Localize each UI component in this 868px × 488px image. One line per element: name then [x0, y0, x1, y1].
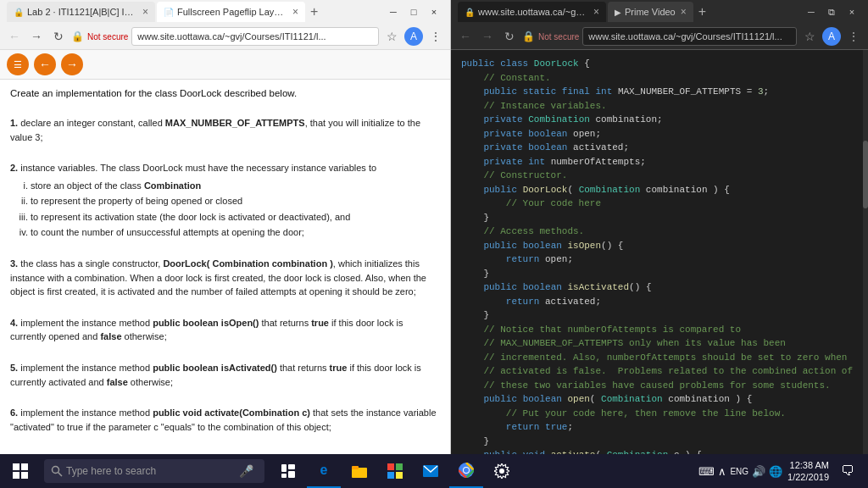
right-scrollbar[interactable]	[863, 50, 868, 454]
right-not-secure-label: Not secure	[538, 32, 579, 42]
taskbar-tray: ⌨ ∧ ENG 🔊 🌐 12:38 AM 1/22/2019 🗨	[698, 454, 868, 488]
code-line-27: // Notice that numberOfAttempts is compa…	[461, 323, 858, 337]
taskbar-clock[interactable]: 12:38 AM 1/22/2019	[787, 459, 829, 484]
code-line-13: public DoorLock( Combination combination…	[461, 183, 858, 197]
right-tab1-label: www.site.uottawa.ca/~gvj/C...	[478, 7, 588, 17]
left-account-btn[interactable]: A	[404, 27, 423, 46]
code-line-21: }	[461, 267, 858, 281]
left-tab2-favicon: 📄	[164, 8, 174, 17]
right-close-btn[interactable]: ×	[843, 4, 861, 19]
code-line-14: // Your code here	[461, 197, 858, 211]
taskbar-search-input[interactable]	[66, 465, 236, 477]
right-forward-btn[interactable]: →	[478, 27, 497, 46]
right-back-btn[interactable]: ←	[456, 27, 475, 46]
left-bookmark-btn[interactable]: ☆	[382, 27, 401, 46]
tray-icons: ⌨ ∧ ENG 🔊 🌐	[698, 465, 782, 478]
svg-rect-8	[288, 471, 295, 478]
tray-chevron-icon[interactable]: ∧	[718, 465, 726, 478]
right-minimize-btn[interactable]: ─	[802, 4, 821, 19]
taskbar-search-box[interactable]: 🎤	[44, 459, 264, 483]
right-menu-btn[interactable]: ⋮	[844, 27, 863, 46]
edge-browser-btn[interactable]: e	[307, 454, 341, 488]
code-line-17: // Access methods.	[461, 225, 858, 239]
left-page-content: Create an implementation for the class D…	[0, 80, 450, 454]
left-toolbar-back-btn[interactable]: ←	[34, 53, 56, 75]
svg-rect-11	[352, 466, 359, 469]
left-menu-btn[interactable]: ⋮	[426, 27, 445, 46]
chrome-btn[interactable]	[449, 454, 483, 488]
instruction-item-3: 3. the class has a single constructor, D…	[10, 257, 440, 299]
left-security-icon: 🔒	[71, 30, 84, 42]
left-not-secure-label: Not secure	[87, 32, 128, 42]
code-line-39: public void activate( Combination c ) {	[461, 448, 858, 454]
settings-btn[interactable]	[485, 454, 519, 488]
left-tab1-favicon: 🔒	[14, 8, 24, 17]
left-refresh-btn[interactable]: ↻	[49, 27, 68, 46]
svg-rect-0	[13, 463, 19, 470]
svg-point-20	[499, 469, 504, 474]
svg-rect-7	[288, 464, 295, 469]
right-bookmark-btn[interactable]: ☆	[800, 27, 819, 46]
right-account-btn[interactable]: A	[822, 27, 841, 46]
right-url-input[interactable]	[582, 27, 797, 46]
notification-btn[interactable]: 🗨	[834, 454, 861, 488]
svg-line-5	[58, 473, 63, 477]
code-line-9: private boolean activated;	[461, 141, 858, 155]
left-tab1-close[interactable]: ×	[142, 6, 148, 18]
left-tab-1[interactable]: 🔒 Lab 2 · ITI1121[A|B|C] Intro... ×	[7, 2, 155, 22]
right-tab1-close[interactable]: ×	[593, 6, 599, 18]
left-tab-2[interactable]: 📄 Fullscreen Pageflip Layout w... ×	[157, 2, 305, 22]
instruction-item-1: 1. declare an integer constant, called M…	[10, 116, 440, 144]
left-close-btn[interactable]: ×	[425, 4, 443, 19]
right-browser-chrome: 🔒 www.site.uottawa.ca/~gvj/C... × ▶ Prim…	[451, 0, 868, 50]
left-tab2-close[interactable]: ×	[292, 6, 298, 18]
code-line-3: // Constant.	[461, 71, 858, 86]
clock-date: 1/22/2019	[787, 471, 829, 483]
right-address-bar: ← → ↻ 🔒 Not secure ☆ A ⋮	[451, 24, 868, 49]
right-tab2-close[interactable]: ×	[681, 6, 687, 18]
svg-rect-1	[21, 463, 28, 470]
taskbar-mic-icon[interactable]: 🎤	[239, 464, 253, 478]
left-back-btn[interactable]: ←	[5, 27, 24, 46]
left-url-input[interactable]	[131, 27, 379, 46]
code-line-33: public boolean open( Combination combina…	[461, 392, 858, 407]
code-line-20: return open;	[461, 252, 858, 267]
right-scroll-thumb[interactable]	[863, 141, 868, 208]
start-button[interactable]	[0, 454, 41, 488]
left-forward-btn[interactable]: →	[27, 27, 46, 46]
left-tab2-label: Fullscreen Pageflip Layout w...	[177, 7, 287, 17]
svg-rect-12	[387, 463, 394, 470]
left-toolbar-forward-btn[interactable]: →	[61, 53, 83, 75]
right-new-tab-btn[interactable]: +	[695, 4, 709, 19]
code-line-28: // MAX_NUMBER_OF_ATTEMPTS only when its …	[461, 336, 858, 351]
intro-text: Create an implementation for the class D…	[10, 86, 440, 102]
right-refresh-btn[interactable]: ↻	[500, 27, 519, 46]
svg-rect-14	[387, 472, 394, 479]
instruction-item-4: 4. implement the instance method public …	[10, 316, 440, 344]
left-minimize-btn[interactable]: ─	[384, 4, 403, 19]
code-line-8: private boolean open;	[461, 127, 858, 141]
task-view-btn[interactable]	[271, 454, 305, 488]
code-line-6: // Instance variables.	[461, 99, 858, 114]
tray-keyboard-icon[interactable]: ⌨	[698, 465, 715, 478]
left-browser-chrome: 🔒 Lab 2 · ITI1121[A|B|C] Intro... × 📄 Fu…	[0, 0, 450, 50]
code-line-29: // incremented. Also, numberOfAttempts s…	[461, 351, 858, 365]
mail-btn[interactable]	[414, 454, 448, 488]
file-explorer-btn[interactable]	[342, 454, 376, 488]
left-new-tab-btn[interactable]: +	[307, 4, 321, 19]
tray-volume-icon[interactable]: 🔊	[752, 465, 765, 478]
right-restore-btn[interactable]: ⧉	[822, 4, 841, 19]
tray-lang-icon[interactable]: ENG	[730, 467, 748, 476]
right-tab-1[interactable]: 🔒 www.site.uottawa.ca/~gvj/C... ×	[458, 2, 606, 22]
store-btn[interactable]	[378, 454, 412, 488]
right-tab2-favicon: ▶	[615, 8, 621, 17]
svg-rect-9	[281, 474, 287, 478]
tray-network-icon[interactable]: 🌐	[769, 465, 782, 478]
right-browser: 🔒 www.site.uottawa.ca/~gvj/C... × ▶ Prim…	[451, 0, 868, 454]
left-maximize-btn[interactable]: □	[404, 4, 423, 19]
right-win-controls: ─ ⧉ ×	[802, 4, 861, 19]
left-toolbar-menu-btn[interactable]: ☰	[7, 53, 29, 75]
code-line-31: // these two variables have caused probl…	[461, 379, 858, 393]
right-tab-2[interactable]: ▶ Prime Video ×	[608, 2, 693, 22]
svg-point-19	[464, 468, 469, 473]
